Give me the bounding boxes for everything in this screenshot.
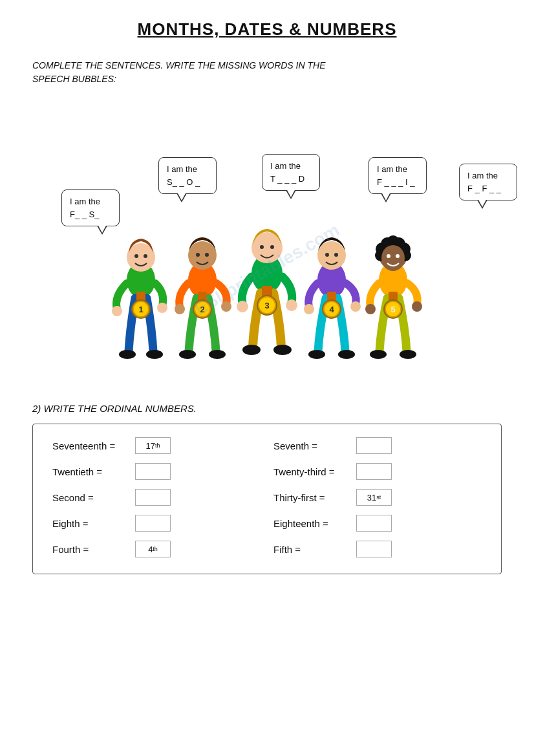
label-thirtyfirst: Thirty-first =	[273, 492, 351, 503]
svg-text:2: 2	[200, 305, 204, 314]
svg-point-26	[260, 245, 264, 249]
svg-point-6	[119, 350, 136, 359]
ordinal-row-3-right: Thirty-first = 31st	[273, 489, 482, 506]
svg-point-57	[381, 245, 405, 271]
bubble-2-line1: I am the	[167, 164, 197, 174]
svg-point-61	[412, 301, 422, 312]
svg-point-27	[270, 245, 274, 249]
svg-point-31	[273, 345, 292, 355]
svg-point-29	[286, 299, 297, 311]
input-twentythird[interactable]	[356, 463, 392, 480]
label-second: Second =	[52, 492, 130, 503]
input-seventh[interactable]	[356, 437, 392, 454]
svg-text:4: 4	[329, 305, 334, 314]
bubble-2-line2: S_ _ O _	[167, 177, 200, 187]
ordinal-row-4-right: Eighteenth =	[273, 515, 482, 532]
ordinal-row-1-right: Seventh =	[273, 437, 482, 454]
label-eighth: Eighth =	[52, 518, 130, 529]
ordinal-row-1-left: Seventeenth = 17th	[52, 437, 261, 454]
ordinal-box: Seventeenth = 17th Seventh = Twentieth =…	[32, 424, 502, 574]
svg-point-58	[387, 254, 390, 258]
input-second[interactable]	[135, 489, 171, 506]
speech-bubble-5: I am the F _ F _ _	[459, 164, 517, 200]
svg-point-39	[334, 253, 338, 257]
ordinal-row-4-left: Eighth =	[52, 515, 261, 532]
svg-text:1: 1	[138, 305, 143, 314]
input-seventeenth[interactable]: 17th	[135, 437, 171, 454]
svg-point-14	[196, 253, 200, 257]
ordinal-row-2-right: Twenty-third =	[273, 463, 482, 480]
svg-point-18	[179, 350, 196, 359]
input-eighteenth[interactable]	[356, 515, 392, 532]
kid-2: 2	[172, 215, 233, 383]
svg-point-42	[308, 350, 325, 359]
svg-point-59	[396, 254, 400, 258]
svg-point-13	[188, 241, 217, 270]
speech-bubble-3: I am the T _ _ _ D	[262, 154, 320, 191]
bubble-3-line2: T _ _ _ D	[270, 174, 304, 184]
input-fourth[interactable]: 4th	[135, 541, 171, 557]
speech-section: I am the F_ _ S_ I am the S_ _ O _ I am …	[32, 105, 502, 383]
bubble-5-line2: F _ F _ _	[467, 184, 501, 193]
svg-point-5	[157, 303, 167, 313]
svg-point-2	[134, 254, 138, 258]
kids-illustration: 1 2	[86, 202, 448, 383]
bubble-3-line1: I am the	[270, 161, 301, 171]
ordinal-row-5-left: Fourth = 4th	[52, 541, 261, 557]
label-twentieth: Twentieth =	[52, 466, 130, 477]
ordinal-row-5-right: Fifth =	[273, 541, 482, 557]
speech-bubble-2: I am the S_ _ O _	[158, 157, 217, 194]
input-thirtyfirst[interactable]: 31st	[356, 489, 392, 506]
svg-point-4	[112, 306, 122, 316]
ordinal-row-2-left: Twentieth =	[52, 463, 261, 480]
label-seventeenth: Seventeenth =	[52, 440, 130, 451]
bubble-5-line1: I am the	[467, 171, 498, 180]
ordinal-row-3-left: Second =	[52, 489, 261, 506]
bubble-4-line1: I am the	[377, 164, 407, 174]
svg-point-19	[209, 350, 226, 359]
label-seventh: Seventh =	[273, 440, 351, 451]
svg-point-43	[338, 350, 355, 359]
kid-1: 1	[111, 215, 172, 383]
svg-point-41	[350, 301, 361, 312]
speech-bubble-4: I am the F _ _ _ I _	[368, 157, 427, 194]
section2-title: 2) WRITE THE ORDINAL NUMBERS.	[32, 403, 502, 414]
svg-point-15	[205, 253, 209, 257]
instructions-text: COMPLETE THE SENTENCES. WRITE THE MISSIN…	[32, 59, 356, 86]
svg-point-30	[242, 345, 261, 355]
input-fifth[interactable]	[356, 541, 392, 557]
svg-text:5: 5	[390, 305, 395, 314]
kid-3: 3	[233, 206, 301, 383]
svg-point-28	[237, 301, 248, 312]
bubble-4-line2: F _ _ _ I _	[377, 177, 415, 187]
page-title: MONTHS, DATES & NUMBERS	[32, 19, 502, 39]
label-fourth: Fourth =	[52, 544, 130, 555]
svg-point-60	[365, 304, 376, 314]
svg-point-38	[325, 253, 329, 257]
svg-point-7	[146, 350, 163, 359]
svg-point-63	[400, 350, 416, 359]
svg-point-3	[144, 254, 147, 258]
kid-4: 4	[301, 215, 363, 383]
kid-5: 5	[363, 215, 424, 383]
label-twentythird: Twenty-third =	[273, 466, 351, 477]
input-twentieth[interactable]	[135, 463, 171, 480]
ordinal-grid: Seventeenth = 17th Seventh = Twentieth =…	[52, 437, 482, 557]
label-eighteenth: Eighteenth =	[273, 518, 351, 529]
input-eighth[interactable]	[135, 515, 171, 532]
svg-point-62	[370, 350, 387, 359]
svg-point-37	[317, 241, 346, 270]
svg-text:3: 3	[264, 301, 269, 310]
svg-point-17	[221, 301, 231, 312]
label-fifth: Fifth =	[273, 544, 351, 555]
svg-point-16	[175, 304, 185, 314]
svg-point-40	[304, 304, 314, 314]
